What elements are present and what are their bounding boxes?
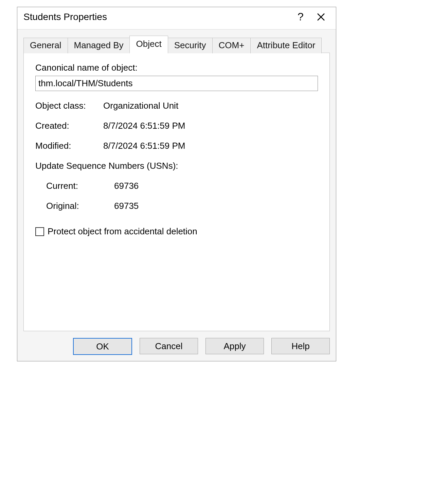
- ok-button[interactable]: OK: [73, 338, 132, 355]
- created-label: Created:: [35, 121, 103, 131]
- properties-dialog: Students Properties ? General Managed By…: [17, 7, 336, 361]
- window-title: Students Properties: [23, 12, 290, 22]
- object-class-value: Organizational Unit: [103, 101, 178, 111]
- tab-general[interactable]: General: [23, 38, 68, 53]
- help-button[interactable]: Help: [271, 338, 330, 354]
- protect-checkbox-label: Protect object from accidental deletion: [48, 226, 197, 237]
- usn-current-value: 69736: [114, 181, 139, 191]
- apply-button[interactable]: Apply: [205, 338, 264, 354]
- tab-managed-by[interactable]: Managed By: [68, 38, 130, 53]
- usn-current-label: Current:: [35, 181, 114, 191]
- protect-checkbox-row[interactable]: Protect object from accidental deletion: [35, 226, 318, 237]
- created-value: 8/7/2024 6:51:59 PM: [103, 121, 185, 131]
- canonical-name-label: Canonical name of object:: [35, 62, 318, 73]
- usn-header: Update Sequence Numbers (USNs):: [35, 161, 318, 171]
- modified-value: 8/7/2024 6:51:59 PM: [103, 141, 185, 151]
- protect-checkbox[interactable]: [35, 227, 44, 236]
- tab-attribute-editor[interactable]: Attribute Editor: [250, 38, 322, 53]
- titlebar: Students Properties ?: [17, 7, 336, 30]
- tab-object[interactable]: Object: [129, 36, 168, 53]
- cancel-button[interactable]: Cancel: [140, 338, 198, 354]
- dialog-button-row: OK Cancel Apply Help: [23, 338, 330, 355]
- object-class-label: Object class:: [35, 101, 103, 111]
- canonical-name-field[interactable]: [35, 76, 318, 91]
- tab-strip: General Managed By Object Security COM+ …: [23, 36, 330, 53]
- usn-original-value: 69735: [114, 201, 139, 211]
- client-area: General Managed By Object Security COM+ …: [17, 30, 336, 361]
- modified-label: Modified:: [35, 141, 103, 151]
- close-icon[interactable]: [311, 13, 331, 21]
- help-icon[interactable]: ?: [290, 11, 311, 23]
- tab-content-object: Canonical name of object: Object class: …: [23, 53, 330, 331]
- tab-security[interactable]: Security: [168, 38, 213, 53]
- tab-com-plus[interactable]: COM+: [212, 38, 251, 53]
- usn-original-label: Original:: [35, 201, 114, 211]
